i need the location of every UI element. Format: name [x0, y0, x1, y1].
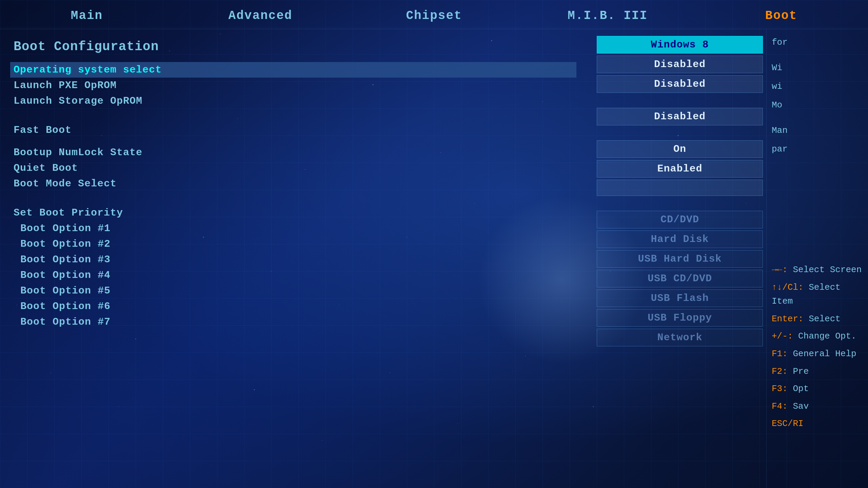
help-text-mo: Mo	[772, 99, 863, 112]
fast-boot-values-group: Disabled	[597, 108, 763, 125]
boot-opt4-value[interactable]: USB CD/DVD	[597, 270, 763, 287]
shortcut-f4: F4: Sav	[772, 400, 863, 414]
menu-item-boot-opt-4[interactable]: Boot Option #4	[14, 267, 576, 283]
menu-item-boot-opt-6[interactable]: Boot Option #6	[14, 299, 576, 314]
menu-item-boot-mode-select[interactable]: Boot Mode Select	[14, 176, 576, 191]
shortcut-select-item: ↑↓/Cl: Select Item	[772, 281, 863, 309]
launch-pxe-value[interactable]: Disabled	[597, 56, 763, 73]
menu-item-boot-opt-7[interactable]: Boot Option #7	[14, 314, 576, 330]
boot-opt3-value[interactable]: USB Hard Disk	[597, 250, 763, 268]
help-panel: for Wi wi Mo Man par →←: Select Screen ↑…	[766, 29, 868, 488]
menu-item-bootup-numlock[interactable]: Bootup NumLock State	[14, 145, 576, 160]
boot-opt1-value[interactable]: CD/DVD	[597, 211, 763, 228]
nav-advanced[interactable]: Advanced	[174, 6, 347, 25]
shortcut-key-updown: ↑↓/Cl:	[772, 282, 804, 292]
shortcut-f2: F2: Pre	[772, 365, 863, 379]
boot-opt2-value[interactable]: Hard Disk	[597, 230, 763, 248]
nav-mib3[interactable]: M.I.B. III	[521, 6, 694, 25]
help-text-wi1: Wi	[772, 61, 863, 75]
boot-config-values-group: On Enabled	[597, 140, 763, 196]
numlock-value[interactable]: On	[597, 140, 763, 158]
menu-item-launch-storage[interactable]: Launch Storage OpROM	[14, 93, 576, 109]
left-panel: Boot Configuration Operating system sele…	[0, 29, 590, 488]
nav-main[interactable]: Main	[0, 6, 174, 25]
launch-storage-value[interactable]: Disabled	[597, 75, 763, 93]
help-text-man: Man	[772, 124, 863, 137]
shortcut-key-f1: F1:	[772, 349, 788, 359]
nav-boot[interactable]: Boot	[694, 6, 868, 25]
help-text-wi2: wi	[772, 80, 863, 93]
quiet-boot-value[interactable]: Enabled	[597, 160, 763, 178]
shortcut-desc-screen: Select Screen	[793, 265, 862, 275]
boot-opt6-value[interactable]: USB Floppy	[597, 309, 763, 327]
help-text-for: for	[772, 36, 863, 49]
shortcut-key-f3: F3:	[772, 384, 788, 394]
shortcut-esc: ESC/RI	[772, 417, 863, 431]
shortcut-key-plusminus: +/-:	[772, 331, 793, 341]
boot-opt7-value[interactable]: Network	[597, 329, 763, 346]
shortcut-desc-f1: General Help	[793, 349, 856, 359]
menu-item-launch-pxe[interactable]: Launch PXE OpROM	[14, 78, 576, 93]
help-text-par: par	[772, 143, 863, 156]
section-title: Boot Configuration	[14, 39, 576, 54]
nav-bar: Main Advanced Chipset M.I.B. III Boot	[0, 0, 868, 29]
shortcut-change: +/-: Change Opt.	[772, 329, 863, 344]
shortcut-desc-f3: Opt	[793, 384, 809, 394]
shortcut-key-enter: Enter:	[772, 314, 804, 324]
shortcut-key-f4: F4:	[772, 401, 788, 411]
shortcut-desc-change: Change Opt.	[798, 331, 856, 341]
shortcut-desc-f4: Sav	[793, 401, 809, 411]
shortcut-desc-enter: Select	[809, 314, 841, 324]
menu-item-boot-opt-1[interactable]: Boot Option #1	[14, 221, 576, 236]
fast-boot-value[interactable]: Disabled	[597, 108, 763, 125]
menu-item-quiet-boot[interactable]: Quiet Boot	[14, 160, 576, 176]
os-values-group: Windows 8 Disabled Disabled	[597, 36, 763, 93]
shortcut-enter: Enter: Select	[772, 312, 863, 326]
shortcut-desc-f2: Pre	[793, 366, 809, 377]
shortcut-select-screen: →←: Select Screen	[772, 263, 863, 277]
shortcut-f1: F1: General Help	[772, 347, 863, 361]
boot-options-values-group: CD/DVD Hard Disk USB Hard Disk USB CD/DV…	[597, 211, 763, 346]
nav-chipset[interactable]: Chipset	[347, 6, 521, 25]
main-area: Boot Configuration Operating system sele…	[0, 29, 868, 488]
shortcut-f3: F3: Opt	[772, 382, 863, 396]
boot-mode-value[interactable]	[597, 180, 763, 196]
os-select-value[interactable]: Windows 8	[597, 36, 763, 54]
menu-item-boot-opt-3[interactable]: Boot Option #3	[14, 252, 576, 267]
shortcut-key-f2: F2:	[772, 366, 788, 377]
shortcut-key-arrows: →←:	[772, 265, 788, 275]
right-panel: Windows 8 Disabled Disabled Disabled On …	[590, 29, 766, 488]
menu-item-os-select[interactable]: Operating system select	[10, 62, 576, 78]
menu-item-set-boot-priority[interactable]: Set Boot Priority	[14, 205, 576, 221]
menu-item-boot-opt-5[interactable]: Boot Option #5	[14, 283, 576, 299]
menu-item-fast-boot[interactable]: Fast Boot	[14, 122, 576, 138]
boot-opt5-value[interactable]: USB Flash	[597, 289, 763, 307]
shortcut-key-esc: ESC/RI	[772, 419, 804, 429]
menu-item-boot-opt-2[interactable]: Boot Option #2	[14, 236, 576, 252]
